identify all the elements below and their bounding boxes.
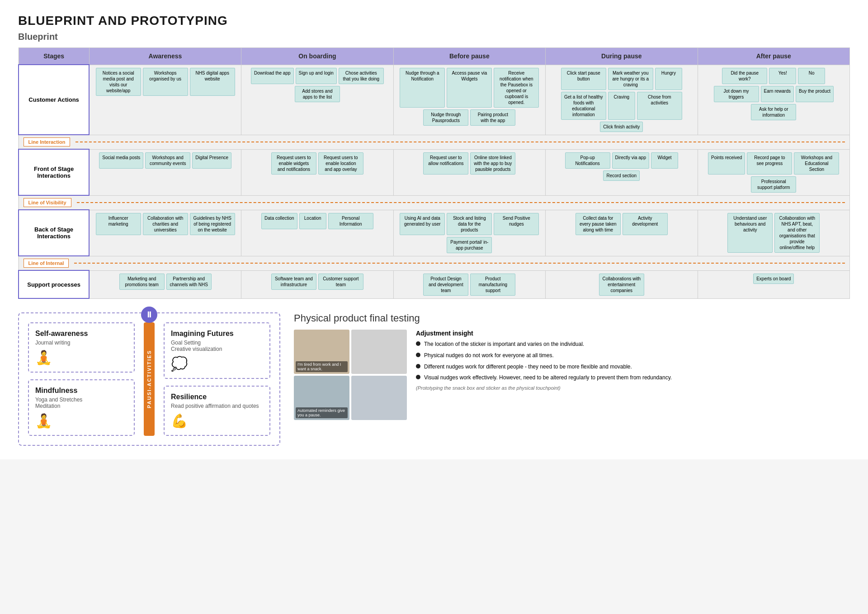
pause-icon: ⏸ bbox=[141, 307, 157, 323]
cell-customer_actions-onboarding: Download the appSign up and loginChose a… bbox=[241, 65, 393, 135]
cell-back_stage-awareness: Influencer marketingCollaboration with c… bbox=[89, 210, 241, 256]
pausi-box-self-awareness: Self-awareness Journal writing 🧘 bbox=[28, 322, 135, 373]
cell-customer_actions-awareness: Notices a social media post and visits o… bbox=[89, 65, 241, 135]
pausi-box-imagining: Imagining Futures Goal SettingCreative v… bbox=[164, 322, 270, 379]
bp-box-item: Partnership and channels with NHS bbox=[166, 274, 212, 290]
bp-box-item: Access pause via Widgets bbox=[447, 68, 492, 108]
bp-box-item: Software team and infrastructure bbox=[271, 274, 316, 290]
bp-box-item: Add stores and apps to the list bbox=[295, 86, 340, 102]
pausi-vertical-label: PAUSI-ACTIVITIES bbox=[144, 322, 155, 436]
cell-front_stage-onboarding: Request users to enable widgets and noti… bbox=[241, 149, 393, 195]
cell-back_stage-before_pause: Using AI and data generated by userStock… bbox=[393, 210, 545, 256]
bullet-dot bbox=[416, 341, 420, 346]
product-section: Physical product final testing I'm tired… bbox=[294, 312, 850, 446]
pausi-title-4: Resilience bbox=[171, 393, 263, 401]
adjustment-item-text: Physical nudges do not work for everyone… bbox=[424, 352, 554, 359]
adjustment-item: Visual nudges work effectively. However,… bbox=[416, 374, 850, 382]
row-customer_actions: Customer ActionsNotices a social media p… bbox=[19, 65, 850, 135]
blueprint-label: Blueprint bbox=[18, 32, 850, 42]
row-front_stage: Front of Stage InteractionsSocial media … bbox=[19, 149, 850, 195]
pausi-sub-3: Yoga and StretchesMeditation bbox=[35, 397, 127, 409]
cell-back_stage-after_pause: Understand user behaviours and activityC… bbox=[698, 210, 849, 256]
bp-box-item: No bbox=[798, 68, 825, 84]
bp-box-item: Points received bbox=[708, 152, 745, 175]
cell-front_stage-awareness: Social media postsWorkshops and communit… bbox=[89, 149, 241, 195]
pausi-sub-1: Journal writing bbox=[35, 340, 127, 346]
bp-box-item: Craving bbox=[608, 92, 635, 120]
adjustment-items: The location of the sticker is important… bbox=[416, 340, 850, 382]
pausi-box-mindfulness: Mindfulness Yoga and StretchesMeditation… bbox=[28, 379, 135, 436]
pausi-right: Imagining Futures Goal SettingCreative v… bbox=[164, 322, 270, 436]
bp-box-item: Customer support team bbox=[318, 274, 363, 290]
bp-box-item: Using AI and data generated by user bbox=[400, 213, 445, 235]
product-img-3: Automated reminders give you a pause. bbox=[294, 376, 349, 420]
header-onboarding: On boarding bbox=[241, 48, 393, 65]
pausi-box-resilience: Resilience Read positive affirmation and… bbox=[164, 386, 270, 436]
header-during-pause: During pause bbox=[546, 48, 698, 65]
bp-box-item: Professional support platform bbox=[751, 176, 796, 193]
pausi-title-3: Mindfulness bbox=[35, 387, 127, 395]
dashed-line-line_internal bbox=[74, 263, 845, 264]
row-support_processes: Support processesMarketing and promotion… bbox=[19, 270, 850, 298]
blueprint-table: Stages Awareness On boarding Before paus… bbox=[18, 47, 850, 299]
pausi-left: Self-awareness Journal writing 🧘 Mindful… bbox=[28, 322, 135, 436]
header-before-pause: Before pause bbox=[393, 48, 545, 65]
bp-box-item: Ask for help or information bbox=[751, 104, 796, 120]
cell-front_stage-before_pause: Request user to allow notificationsOnlin… bbox=[393, 149, 545, 195]
line-label-line_interaction: Line Interaction bbox=[24, 137, 71, 146]
bp-box-item: Record page to see progress bbox=[747, 152, 792, 175]
bp-box-item: Did the pause work? bbox=[722, 68, 767, 84]
bp-box-item: Hungry bbox=[655, 68, 682, 90]
bp-box-item: Download the app bbox=[251, 68, 294, 84]
bp-box-item: Marketing and promotions team bbox=[119, 274, 165, 290]
pausi-sub-4: Read positive affirmation and quotes bbox=[171, 403, 263, 409]
header-after-pause: After pause bbox=[698, 48, 849, 65]
cell-back_stage-onboarding: Data collectionLocationPersonal Informat… bbox=[241, 210, 393, 256]
stage-label-customer_actions: Customer Actions bbox=[19, 65, 89, 135]
pausi-section: ⏸ Self-awareness Journal writing 🧘 Mindf… bbox=[18, 312, 280, 446]
line-row-line_interaction: Line Interaction bbox=[19, 135, 850, 149]
bp-box-item: Collect data for every pause taken along… bbox=[576, 213, 621, 235]
bp-box-item: Record section bbox=[603, 170, 640, 181]
bp-box-item: Collaboration with NHS APT, beat, and ot… bbox=[774, 213, 820, 253]
cell-support_processes-during_pause: Collaborations with entertainment compan… bbox=[546, 270, 698, 298]
product-img-1-label: I'm tired from work and I want a snack. bbox=[296, 361, 348, 372]
adjustment-item-text: Visual nudges work effectively. However,… bbox=[424, 374, 672, 382]
bp-box-item: Request users to enable widgets and noti… bbox=[271, 152, 316, 175]
bullet-dot bbox=[416, 353, 420, 357]
bottom-section: ⏸ Self-awareness Journal writing 🧘 Mindf… bbox=[18, 312, 850, 446]
page-title: BLUEPRINT AND PROTOTYPING bbox=[18, 14, 850, 28]
stage-label-back_stage: Back of Stage Interactions bbox=[19, 210, 89, 256]
bp-box-item: Understand user behaviours and activity bbox=[727, 213, 773, 253]
bullet-dot bbox=[416, 375, 420, 379]
bp-box-item: Receive notification when the Pausebox i… bbox=[494, 68, 539, 108]
cell-back_stage-during_pause: Collect data for every pause taken along… bbox=[546, 210, 698, 256]
bp-box-item: Nudge through Pausproducts bbox=[423, 109, 468, 126]
pausi-diagram: ⏸ Self-awareness Journal writing 🧘 Mindf… bbox=[18, 312, 280, 446]
bp-box-item: Yes! bbox=[769, 68, 796, 84]
cell-support_processes-awareness: Marketing and promotions teamPartnership… bbox=[89, 270, 241, 298]
bp-box-item: Chose from activities bbox=[637, 92, 682, 120]
bp-box-item: Notices a social media post and visits o… bbox=[96, 68, 141, 96]
bp-box-item: Online store linked with the app to buy … bbox=[470, 152, 515, 175]
cell-support_processes-before_pause: Product Design and development teamProdu… bbox=[393, 270, 545, 298]
pausi-title-2: Imagining Futures bbox=[171, 330, 263, 338]
bp-box-item: Activity development bbox=[623, 213, 668, 235]
bp-box-item: Product manufacturing support bbox=[470, 274, 515, 296]
product-title: Physical product final testing bbox=[294, 312, 850, 324]
dashed-line-line_interaction bbox=[75, 142, 845, 142]
cell-customer_actions-after_pause: Did the pause work?Yes!NoJot down my tri… bbox=[698, 65, 849, 135]
cell-support_processes-onboarding: Software team and infrastructureCustomer… bbox=[241, 270, 393, 298]
cell-support_processes-after_pause: Experts on board bbox=[698, 270, 849, 298]
adjustment-item-text: The location of the sticker is important… bbox=[424, 340, 584, 348]
adjustment-item-text: Different nudges work for different peop… bbox=[424, 363, 632, 371]
bp-box-item: Pairing product with the app bbox=[470, 109, 515, 126]
bp-box-item: Request user to allow notifications bbox=[423, 152, 468, 175]
bp-box-item: Payment portal/ in-app purchase bbox=[447, 237, 492, 253]
product-img-1: I'm tired from work and I want a snack. bbox=[294, 330, 349, 374]
bp-box-item: Location bbox=[299, 213, 326, 229]
header-awareness: Awareness bbox=[89, 48, 241, 65]
bp-box-item: Directly via app bbox=[612, 152, 649, 169]
bp-box-item: Guidelines by NHS of being registered on… bbox=[190, 213, 235, 235]
line-row-line_visibility: Line of Visibility bbox=[19, 195, 850, 210]
